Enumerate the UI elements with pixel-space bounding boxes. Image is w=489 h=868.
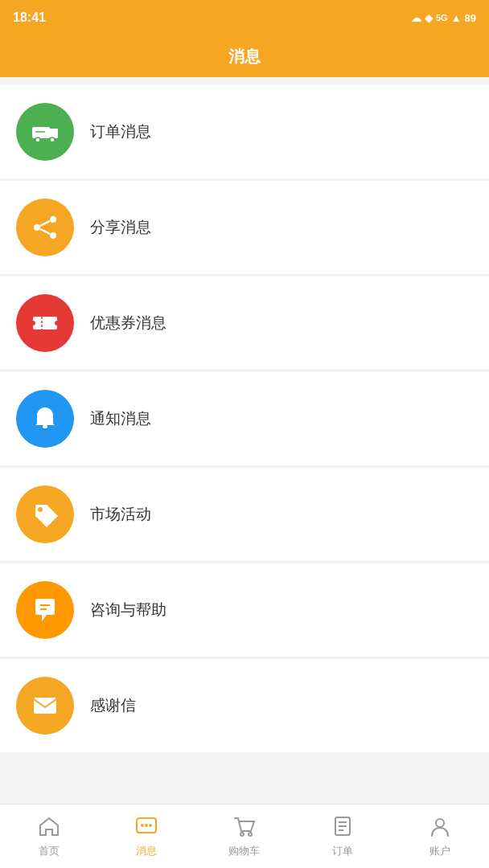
list-item-market[interactable]: 市场活动 — [0, 468, 489, 562]
account-icon — [429, 815, 451, 841]
svg-point-22 — [141, 824, 144, 827]
chat-icon — [31, 596, 60, 624]
svg-point-15 — [43, 407, 47, 411]
cart-icon — [233, 815, 256, 841]
coupon-icon: ¥ — [31, 309, 60, 338]
list-item-order[interactable]: 订单消息 — [0, 85, 489, 179]
status-icons: ☁ ◈ 5G ▲ 89 — [411, 12, 476, 24]
svg-rect-14 — [43, 425, 47, 428]
nav-order-label: 订单 — [332, 844, 353, 858]
message-icon — [135, 815, 158, 841]
svg-point-5 — [50, 232, 56, 239]
order-icon-circle — [16, 103, 74, 161]
svg-point-16 — [38, 507, 43, 512]
coupon-message-label: 优惠券消息 — [90, 313, 166, 334]
nav-home[interactable]: 首页 — [0, 805, 98, 868]
tag-icon — [31, 500, 60, 529]
svg-point-31 — [436, 819, 444, 827]
market-icon-circle — [16, 485, 74, 543]
share-message-label: 分享消息 — [90, 217, 151, 238]
nav-order[interactable]: 订单 — [294, 805, 392, 868]
svg-point-26 — [249, 833, 252, 836]
list-item-coupon[interactable]: ¥ 优惠券消息 — [0, 276, 489, 371]
message-list: 订单消息 分享消息 ¥ 优惠券消息 — [0, 77, 489, 804]
list-item-consult[interactable]: 咨询与帮助 — [0, 563, 489, 657]
nav-account[interactable]: 账户 — [391, 805, 489, 868]
svg-point-24 — [149, 824, 152, 827]
wifi-icon: ▲ — [451, 12, 462, 24]
status-time: 18:41 — [13, 10, 46, 25]
battery-icon: 89 — [465, 12, 476, 24]
share-icon-circle — [16, 199, 74, 256]
status-bar: 18:41 ☁ ◈ 5G ▲ 89 — [0, 0, 489, 35]
order-message-label: 订单消息 — [90, 121, 151, 142]
list-item-notify[interactable]: 通知消息 — [0, 372, 489, 466]
mail-icon — [31, 691, 60, 720]
svg-point-11 — [55, 321, 60, 326]
svg-text:¥: ¥ — [45, 318, 51, 328]
svg-rect-0 — [32, 127, 50, 138]
5g-icon: 5G — [436, 13, 448, 23]
svg-point-4 — [50, 216, 56, 223]
cloud-icon: ☁ — [411, 12, 421, 24]
truck-icon — [31, 117, 60, 146]
bottom-navigation: 首页 消息 购物车 — [0, 804, 489, 868]
list-item-thanks[interactable]: 感谢信 — [0, 659, 489, 752]
svg-point-10 — [31, 321, 35, 326]
notify-message-label: 通知消息 — [90, 408, 151, 429]
bell-icon — [31, 404, 60, 433]
coupon-icon-circle: ¥ — [16, 294, 74, 352]
nav-account-label: 账户 — [429, 844, 450, 858]
nav-message[interactable]: 消息 — [98, 805, 196, 868]
notify-icon-circle — [16, 390, 74, 448]
nav-cart-label: 购物车 — [228, 844, 260, 858]
consult-message-label: 咨询与帮助 — [90, 600, 166, 620]
page-title: 消息 — [228, 46, 261, 68]
home-icon — [38, 815, 60, 841]
thanks-icon-circle — [16, 677, 74, 735]
svg-rect-20 — [34, 698, 56, 714]
list-item-share[interactable]: 分享消息 — [0, 181, 489, 275]
order-nav-icon — [331, 815, 354, 841]
svg-line-7 — [40, 221, 50, 226]
thanks-message-label: 感谢信 — [90, 695, 136, 716]
consult-icon-circle — [16, 581, 74, 639]
svg-point-3 — [50, 137, 55, 142]
nav-home-label: 首页 — [39, 844, 60, 858]
page-header: 消息 — [0, 35, 489, 77]
nav-cart[interactable]: 购物车 — [195, 805, 294, 868]
svg-point-2 — [35, 137, 40, 142]
svg-point-6 — [34, 224, 40, 231]
nav-message-label: 消息 — [136, 844, 157, 858]
share-icon — [31, 213, 60, 242]
svg-point-25 — [240, 833, 244, 836]
market-message-label: 市场活动 — [90, 504, 151, 525]
signal-icon: ◈ — [425, 12, 433, 24]
svg-line-8 — [40, 229, 50, 234]
svg-point-23 — [145, 824, 148, 827]
